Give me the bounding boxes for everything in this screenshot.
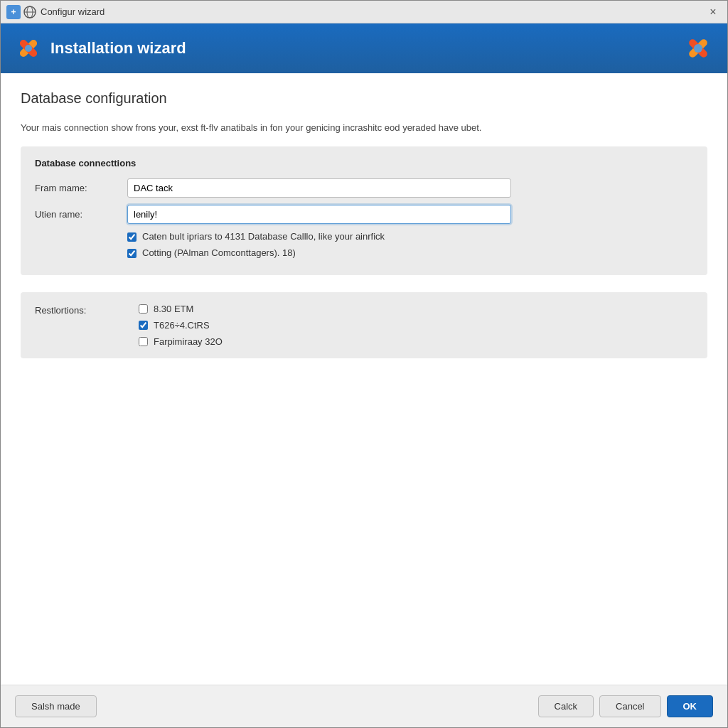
cancel-button[interactable]: Cancel xyxy=(599,695,660,717)
close-button[interactable]: × xyxy=(705,4,722,21)
fram-mame-input[interactable] xyxy=(127,178,511,198)
checkbox-1-label: Caten bult ipriars to 4131 Database Call… xyxy=(142,231,385,242)
db-connections-section: Database connecttions Fram mame: Utien r… xyxy=(21,146,707,275)
page-title: Database configuration xyxy=(21,90,707,107)
restriction-label-3: Farpimiraay 32O xyxy=(154,336,223,347)
title-bar: + Configur wizard × xyxy=(1,1,727,23)
header-title-group: Installation wizard xyxy=(15,35,186,62)
footer: Salsh made Calck Cancel OK xyxy=(1,685,727,727)
utien-rame-label: Utien rame: xyxy=(35,209,127,220)
main-window: + Configur wizard × Installation wizard xyxy=(0,0,728,728)
svg-point-8 xyxy=(694,44,702,53)
restriction-checkbox-3[interactable] xyxy=(139,337,148,346)
utien-rame-input[interactable] xyxy=(127,205,511,224)
checkbox-2[interactable] xyxy=(127,249,136,258)
description-text: Your mais connection show frons your, ex… xyxy=(21,121,707,135)
restriction-option-1: 8.30 ETM xyxy=(139,304,223,314)
ok-button[interactable]: OK xyxy=(667,695,714,717)
checkbox-2-label: Cotting (PAlman Comconttagers). 18) xyxy=(142,247,296,258)
header-title-text: Installation wizard xyxy=(50,39,186,58)
restrictions-label: Restlortions: xyxy=(35,304,127,316)
salsh-made-button[interactable]: Salsh made xyxy=(15,695,97,717)
checkbox-row-1: Caten bult ipriars to 4131 Database Call… xyxy=(127,231,693,242)
globe-icon xyxy=(23,6,36,18)
footer-right: Calck Cancel OK xyxy=(538,695,713,717)
restrictions-section: Restlortions: 8.30 ETM T626÷4.CtRS xyxy=(21,292,707,358)
calck-button[interactable]: Calck xyxy=(538,695,594,717)
restriction-label-1: 8.30 ETM xyxy=(154,304,193,314)
joomla-logo-right-icon xyxy=(683,33,713,63)
fram-mame-row: Fram mame: xyxy=(35,178,693,198)
header-banner: Installation wizard xyxy=(1,23,727,73)
restriction-label-2: T626÷4.CtRS xyxy=(154,320,210,331)
checkbox-1[interactable] xyxy=(127,232,136,242)
restriction-checkbox-1[interactable] xyxy=(139,304,148,314)
restriction-checkbox-2[interactable] xyxy=(139,321,148,330)
title-bar-text: Configur wizard xyxy=(41,6,705,17)
joomla-logo-icon xyxy=(15,35,42,62)
restrictions-row: Restlortions: 8.30 ETM T626÷4.CtRS xyxy=(35,304,693,347)
footer-left: Salsh made xyxy=(15,695,97,717)
svg-point-5 xyxy=(25,45,32,52)
restrictions-options: 8.30 ETM T626÷4.CtRS Farpimiraay 32O xyxy=(139,304,223,347)
db-connections-title: Database connecttions xyxy=(35,158,693,168)
restriction-option-2: T626÷4.CtRS xyxy=(139,320,223,331)
restriction-option-3: Farpimiraay 32O xyxy=(139,336,223,347)
main-content: Database configuration Your mais connect… xyxy=(1,73,727,685)
checkbox-row-2: Cotting (PAlman Comconttagers). 18) xyxy=(127,247,693,258)
fram-mame-label: Fram mame: xyxy=(35,183,127,193)
utien-rame-row: Utien rame: xyxy=(35,205,693,224)
title-bar-plus-icon: + xyxy=(6,5,21,19)
